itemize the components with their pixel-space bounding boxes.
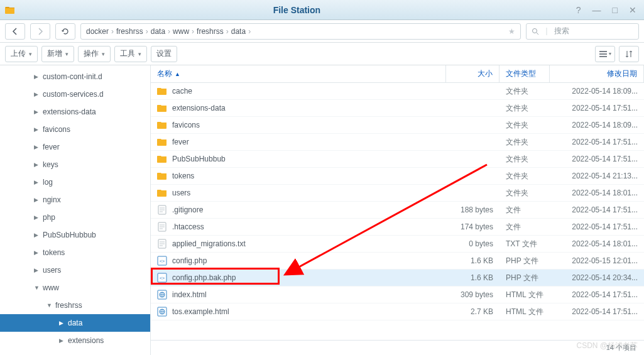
breadcrumb-data[interactable]: data (151, 27, 165, 36)
address-bar[interactable]: ★ docker›freshrss›data›www›freshrss›data… (80, 23, 521, 40)
file-date: 2022-05-14 21:13... (550, 172, 644, 180)
folder-icon (157, 103, 167, 113)
file-row[interactable]: index.html309 bytesHTML 文件2022-05-14 17:… (151, 287, 644, 303)
chevron-right-icon: › (111, 27, 114, 36)
tool-button[interactable]: 工具 (114, 46, 147, 62)
file-row[interactable]: tos.example.html2.7 KBHTML 文件2022-05-14 … (151, 303, 644, 320)
file-size: 1.6 KB (446, 273, 499, 282)
file-row[interactable]: PubSubHubbub文件夹2022-05-14 17:51... (151, 151, 644, 168)
file-date: 2022-05-14 17:51... (550, 307, 644, 316)
file-name: favicons (172, 121, 200, 129)
col-type[interactable]: 文件类型 (499, 65, 550, 82)
breadcrumb-www[interactable]: www (173, 27, 189, 36)
breadcrumb-docker[interactable]: docker (86, 27, 109, 36)
settings-button[interactable]: 设置 (151, 46, 177, 62)
breadcrumb-freshrss[interactable]: freshrss (197, 27, 224, 36)
tree-item-favicons[interactable]: ▶favicons (0, 121, 150, 138)
tree-item-extensions[interactable]: ▶extensions (0, 332, 150, 349)
triangle-right-icon[interactable]: ▶ (34, 74, 41, 80)
tree-item-fever[interactable]: ▶fever (0, 138, 150, 156)
file-name: cache (172, 87, 192, 96)
tree-label: favicons (43, 125, 70, 134)
folder-tree[interactable]: ▶custom-cont-init.d▶custom-services.d▶ex… (0, 65, 151, 355)
tree-item-keys[interactable]: ▶keys (0, 156, 150, 173)
tree-item-freshrss[interactable]: ▼freshrss (0, 297, 150, 314)
file-row[interactable]: favicons文件夹2022-05-14 18:09... (151, 117, 644, 134)
tree-label: keys (43, 160, 58, 169)
file-name: applied_migrations.txt (172, 239, 246, 248)
search-input[interactable]: ｜ 搜索 (526, 23, 639, 40)
close-button[interactable]: ✕ (626, 5, 639, 15)
list-icon (599, 50, 608, 58)
tree-item-custom-cont-init.d[interactable]: ▶custom-cont-init.d (0, 68, 150, 85)
php-icon: <> (157, 256, 167, 266)
tree-item-log[interactable]: ▶log (0, 173, 150, 191)
triangle-right-icon[interactable]: ▶ (34, 232, 41, 238)
tree-item-PubSubHubbub[interactable]: ▶PubSubHubbub (0, 226, 150, 244)
file-date: 2022-05-14 17:51... (550, 155, 644, 163)
file-size: 174 bytes (446, 222, 499, 231)
upload-button[interactable]: 上传 (5, 46, 38, 62)
file-row[interactable]: extensions-data文件夹2022-05-14 17:51... (151, 100, 644, 117)
chevron-left-icon (11, 28, 19, 35)
navbar: ★ docker›freshrss›data›www›freshrss›data… (0, 20, 644, 43)
triangle-right-icon[interactable]: ▶ (34, 126, 41, 133)
triangle-right-icon[interactable]: ▶ (59, 320, 67, 326)
create-button[interactable]: 新增 (41, 46, 74, 62)
triangle-right-icon[interactable]: ▶ (34, 91, 41, 97)
star-icon[interactable]: ★ (508, 27, 515, 36)
col-modified[interactable]: 修改日期 (550, 65, 644, 82)
col-size[interactable]: 大小 (446, 65, 499, 82)
tree-item-tokens[interactable]: ▶tokens (0, 244, 150, 261)
refresh-button[interactable] (55, 23, 75, 40)
tree-item-extensions-data[interactable]: ▶extensions-data (0, 103, 150, 121)
triangle-down-icon[interactable]: ▼ (46, 302, 54, 309)
file-name: .gitignore (172, 205, 203, 214)
file-row[interactable]: .htaccess174 bytes文件2022-05-14 17:51... (151, 219, 644, 236)
breadcrumb-data[interactable]: data (231, 27, 246, 36)
breadcrumb-freshrss[interactable]: freshrss (116, 27, 143, 36)
file-row[interactable]: <>config.php.bak.php1.6 KBPHP 文件2022-05-… (151, 270, 644, 287)
file-type: 文件 (499, 222, 550, 232)
triangle-right-icon[interactable]: ▶ (34, 179, 41, 185)
file-row[interactable]: cache文件夹2022-05-14 18:09... (151, 83, 644, 100)
tree-item-data[interactable]: ▶data (0, 314, 150, 332)
text-icon (157, 222, 167, 232)
triangle-down-icon[interactable]: ▼ (34, 285, 41, 291)
maximize-button[interactable]: □ (610, 5, 620, 15)
svg-point-0 (533, 28, 537, 33)
sort-button[interactable] (619, 46, 639, 62)
col-name[interactable]: 名称▲ (151, 65, 446, 82)
tree-item-nginx[interactable]: ▶nginx (0, 191, 150, 209)
forward-button[interactable] (30, 23, 50, 40)
view-list-button[interactable]: ▾ (595, 46, 615, 62)
tree-label: fever (43, 143, 60, 151)
triangle-right-icon[interactable]: ▶ (59, 337, 67, 344)
back-button[interactable] (5, 23, 25, 40)
triangle-right-icon[interactable]: ▶ (34, 249, 41, 256)
tree-item-php[interactable]: ▶php (0, 209, 150, 226)
help-button[interactable]: ? (574, 5, 584, 15)
triangle-right-icon[interactable]: ▶ (34, 161, 41, 168)
file-row[interactable]: .gitignore188 bytes文件2022-05-14 17:51... (151, 202, 644, 219)
file-row[interactable]: applied_migrations.txt0 bytesTXT 文件2022-… (151, 236, 644, 253)
file-row[interactable]: <>config.php1.6 KBPHP 文件2022-05-15 12:01… (151, 253, 644, 270)
tree-label: PubSubHubbub (43, 231, 96, 239)
tree-item-custom-services.d[interactable]: ▶custom-services.d (0, 85, 150, 103)
item-count: 14 个项目 (606, 343, 636, 352)
file-row[interactable]: fever文件夹2022-05-14 17:51... (151, 134, 644, 151)
file-row[interactable]: users文件夹2022-05-14 18:01... (151, 185, 644, 202)
triangle-right-icon[interactable]: ▶ (34, 109, 41, 115)
triangle-right-icon[interactable]: ▶ (34, 214, 41, 221)
action-button[interactable]: 操作 (78, 46, 111, 62)
file-row[interactable]: tokens文件夹2022-05-14 21:13... (151, 168, 644, 185)
tree-item-users[interactable]: ▶users (0, 261, 150, 279)
folder-icon (157, 171, 167, 181)
triangle-right-icon[interactable]: ▶ (34, 197, 41, 203)
file-type: 文件夹 (499, 154, 550, 165)
triangle-right-icon[interactable]: ▶ (34, 144, 41, 150)
minimize-button[interactable]: — (590, 5, 604, 15)
tree-item-www[interactable]: ▼www (0, 279, 150, 297)
triangle-right-icon[interactable]: ▶ (34, 267, 41, 273)
file-date: 2022-05-14 17:51... (550, 205, 644, 214)
